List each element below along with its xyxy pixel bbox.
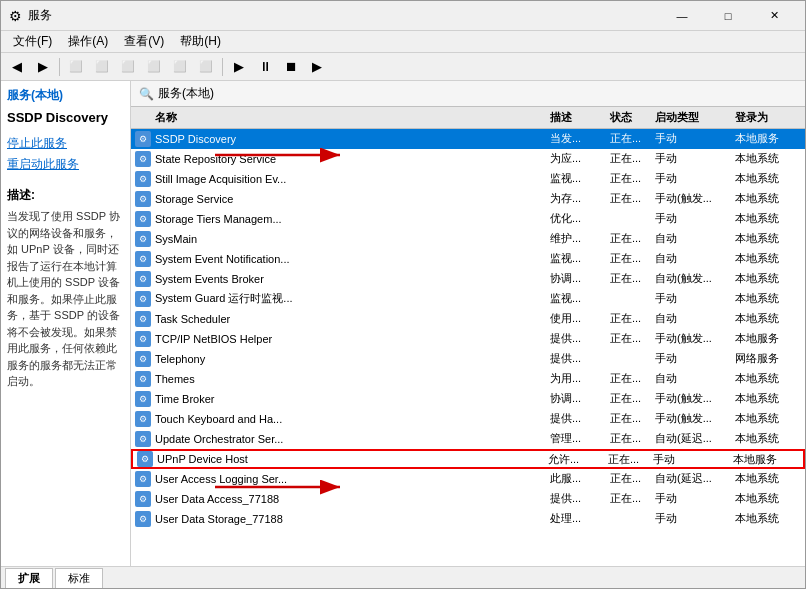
table-row[interactable]: ⚙Touch Keyboard and Ha...提供...正在...手动(触发… <box>131 409 805 429</box>
service-login-cell: 本地系统 <box>733 211 803 226</box>
toolbar: ◀ ▶ ⬜ ⬜ ⬜ ⬜ ⬜ ⬜ ▶ ⏸ ⏹ ▶ <box>1 53 805 81</box>
service-icon: ⚙ <box>135 471 151 487</box>
toolbar-btn-6[interactable]: ⬜ <box>194 56 218 78</box>
stop-button[interactable]: ⏹ <box>279 56 303 78</box>
table-row[interactable]: ⚙Storage Service为存...正在...手动(触发...本地系统 <box>131 189 805 209</box>
service-login-cell: 本地系统 <box>733 411 803 426</box>
table-row[interactable]: ⚙Still Image Acquisition Ev...监视...正在...… <box>131 169 805 189</box>
play-button[interactable]: ▶ <box>227 56 251 78</box>
service-icon: ⚙ <box>135 511 151 527</box>
forward-button[interactable]: ▶ <box>31 56 55 78</box>
service-row-icon: ⚙ <box>133 251 153 267</box>
pause-button[interactable]: ⏸ <box>253 56 277 78</box>
service-login-cell: 本地系统 <box>733 171 803 186</box>
service-icon: ⚙ <box>135 291 151 307</box>
service-name-cell: Storage Tiers Managem... <box>153 213 548 225</box>
table-row[interactable]: ⚙System Event Notification...监视...正在...自… <box>131 249 805 269</box>
service-row-icon: ⚙ <box>133 391 153 407</box>
table-row[interactable]: ⚙Telephony提供...手动网络服务 <box>131 349 805 369</box>
service-desc-cell: 提供... <box>548 331 608 346</box>
tab-standard[interactable]: 标准 <box>55 568 103 588</box>
service-desc-cell: 为应... <box>548 151 608 166</box>
table-row[interactable]: ⚙State Repository Service为应...正在...手动本地系… <box>131 149 805 169</box>
minimize-button[interactable]: — <box>659 1 705 31</box>
table-row[interactable]: ⚙Themes为用...正在...自动本地系统 <box>131 369 805 389</box>
service-startup-cell: 手动 <box>653 211 733 226</box>
service-icon: ⚙ <box>135 391 151 407</box>
table-row[interactable]: ⚙User Data Storage_77188处理...手动本地系统 <box>131 509 805 529</box>
service-desc-cell: 协调... <box>548 391 608 406</box>
menu-view[interactable]: 查看(V) <box>116 31 172 52</box>
service-row-icon: ⚙ <box>133 351 153 367</box>
service-startup-cell: 自动(延迟... <box>653 471 733 486</box>
service-icon: ⚙ <box>135 311 151 327</box>
table-row[interactable]: ⚙System Guard 运行时监视...监视...手动本地系统 <box>131 289 805 309</box>
service-desc-cell: 优化... <box>548 211 608 226</box>
table-row[interactable]: ⚙User Data Access_77188提供...正在...手动本地系统 <box>131 489 805 509</box>
table-row[interactable]: ⚙Time Broker协调...正在...手动(触发...本地系统 <box>131 389 805 409</box>
service-row-icon: ⚙ <box>133 231 153 247</box>
service-status-cell: 正在... <box>608 331 653 346</box>
service-startup-cell: 手动 <box>653 151 733 166</box>
service-login-cell: 网络服务 <box>733 351 803 366</box>
table-row[interactable]: ⚙Task Scheduler使用...正在...自动本地系统 <box>131 309 805 329</box>
table-row[interactable]: ⚙SSDP Discovery当发...正在...手动本地服务 <box>131 129 805 149</box>
service-startup-cell: 自动 <box>653 311 733 326</box>
service-icon: ⚙ <box>135 251 151 267</box>
toolbar-btn-2[interactable]: ⬜ <box>90 56 114 78</box>
menu-file[interactable]: 文件(F) <box>5 31 60 52</box>
col-login[interactable]: 登录为 <box>733 110 803 125</box>
col-name[interactable]: 名称 <box>153 110 548 125</box>
maximize-button[interactable]: □ <box>705 1 751 31</box>
service-desc-cell: 此服... <box>548 471 608 486</box>
service-name-cell: System Guard 运行时监视... <box>153 291 548 306</box>
service-login-cell: 本地服务 <box>733 331 803 346</box>
table-row[interactable]: ⚙Update Orchestrator Ser...管理...正在...自动(… <box>131 429 805 449</box>
service-name-cell: Still Image Acquisition Ev... <box>153 173 548 185</box>
col-startup[interactable]: 启动类型 <box>653 110 733 125</box>
service-startup-cell: 手动(触发... <box>653 191 733 206</box>
service-name-cell: System Events Broker <box>153 273 548 285</box>
service-startup-cell: 自动 <box>653 251 733 266</box>
service-row-icon: ⚙ <box>133 131 153 147</box>
service-desc-cell: 为存... <box>548 191 608 206</box>
stop-service-link[interactable]: 停止此服务 <box>7 135 124 152</box>
service-status-cell: 正在... <box>608 151 653 166</box>
service-startup-cell: 手动 <box>653 351 733 366</box>
col-status[interactable]: 状态 <box>608 110 653 125</box>
menu-action[interactable]: 操作(A) <box>60 31 116 52</box>
tab-expand[interactable]: 扩展 <box>5 568 53 588</box>
toolbar-btn-4[interactable]: ⬜ <box>142 56 166 78</box>
service-name-cell: TCP/IP NetBIOS Helper <box>153 333 548 345</box>
toolbar-btn-3[interactable]: ⬜ <box>116 56 140 78</box>
service-startup-cell: 手动 <box>653 491 733 506</box>
toolbar-btn-1[interactable]: ⬜ <box>64 56 88 78</box>
service-icon: ⚙ <box>135 151 151 167</box>
toolbar-btn-5[interactable]: ⬜ <box>168 56 192 78</box>
table-row[interactable]: ⚙UPnP Device Host允许...正在...手动本地服务 <box>131 449 805 469</box>
table-row[interactable]: ⚙User Access Logging Ser...此服...正在...自动(… <box>131 469 805 489</box>
menu-help[interactable]: 帮助(H) <box>172 31 229 52</box>
table-row[interactable]: ⚙TCP/IP NetBIOS Helper提供...正在...手动(触发...… <box>131 329 805 349</box>
service-name-cell: Touch Keyboard and Ha... <box>153 413 548 425</box>
service-login-cell: 本地系统 <box>733 371 803 386</box>
service-row-icon: ⚙ <box>133 171 153 187</box>
restart-button[interactable]: ▶ <box>305 56 329 78</box>
table-row[interactable]: ⚙SysMain维护...正在...自动本地系统 <box>131 229 805 249</box>
table-row[interactable]: ⚙System Events Broker协调...正在...自动(触发...本… <box>131 269 805 289</box>
service-startup-cell: 自动(触发... <box>653 271 733 286</box>
service-description: 当发现了使用 SSDP 协议的网络设备和服务，如 UPnP 设备，同时还报告了运… <box>7 208 124 390</box>
service-status-cell: 正在... <box>608 131 653 146</box>
service-startup-cell: 自动(延迟... <box>653 431 733 446</box>
service-icon: ⚙ <box>135 491 151 507</box>
service-name-cell: User Access Logging Ser... <box>153 473 548 485</box>
service-icon: ⚙ <box>137 451 153 467</box>
col-desc[interactable]: 描述 <box>548 110 608 125</box>
service-desc-cell: 监视... <box>548 171 608 186</box>
service-icon: ⚙ <box>135 431 151 447</box>
close-button[interactable]: ✕ <box>751 1 797 31</box>
back-button[interactable]: ◀ <box>5 56 29 78</box>
service-startup-cell: 手动 <box>653 291 733 306</box>
restart-service-link[interactable]: 重启动此服务 <box>7 156 124 173</box>
table-row[interactable]: ⚙Storage Tiers Managem...优化...手动本地系统 <box>131 209 805 229</box>
